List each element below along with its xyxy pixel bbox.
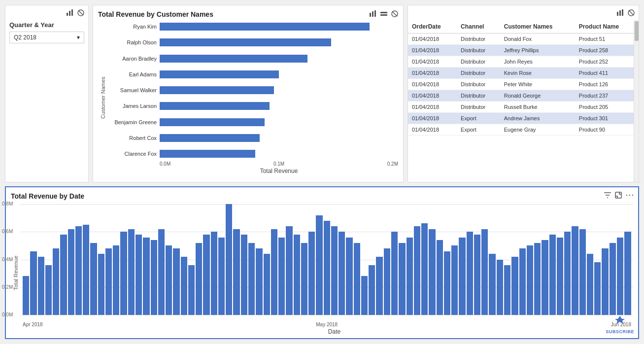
grid-line: 0.0M xyxy=(21,315,633,315)
bottom-bar xyxy=(617,238,623,315)
bar-chart-panel: Total Revenue by Customer Names xyxy=(93,5,404,182)
table-cell: Product 51 xyxy=(575,34,639,45)
scrollbar[interactable] xyxy=(634,20,639,182)
block-icon-bar[interactable] xyxy=(390,9,399,18)
bar-container xyxy=(160,134,398,142)
filter-icon[interactable] xyxy=(604,191,611,201)
bar-label: Ryan Kim xyxy=(108,24,160,30)
table-row: 01/04/2018DistributorJohn ReyesProduct 2… xyxy=(408,56,639,68)
bottom-bar xyxy=(497,260,503,315)
bar-chart-icon[interactable] xyxy=(66,8,74,17)
table-cell: 01/04/2018 xyxy=(408,34,457,45)
table-cell: Donald Fox xyxy=(500,34,575,45)
bottom-chart-area: Total Revenue 0.8M0.6M0.4M0.2M0.0M Apr 2… xyxy=(11,204,633,327)
table-panel: OrderDateChannelCustomer NamesProduct Na… xyxy=(407,5,639,182)
bottom-bar xyxy=(467,232,473,315)
bottom-bar xyxy=(316,215,322,315)
table-row: 01/04/2018DistributorRussell BurkeProduc… xyxy=(408,102,639,113)
bottom-bar xyxy=(256,248,262,315)
table-row: 01/04/2018DistributorKevin RoseProduct 4… xyxy=(408,68,639,79)
bar-fill xyxy=(160,38,331,46)
bar-container xyxy=(160,150,398,158)
bar-row: Samuel Walker xyxy=(108,85,398,96)
bottom-bar xyxy=(437,240,443,315)
bar-container xyxy=(160,70,398,78)
bottom-chart-title: Total Revenue by Date xyxy=(11,192,633,200)
svg-rect-2 xyxy=(71,9,73,16)
table-cell: Distributor xyxy=(457,102,500,113)
bottom-bar xyxy=(421,223,428,315)
svg-rect-6 xyxy=(372,11,373,17)
table-cell: Distributor xyxy=(457,56,500,68)
data-table: OrderDateChannelCustomer NamesProduct Na… xyxy=(408,20,639,136)
bar-row: Robert Cox xyxy=(108,133,398,143)
bottom-bar xyxy=(301,243,307,315)
table-cell: Product 237 xyxy=(575,90,639,102)
svg-line-16 xyxy=(629,10,634,15)
table-bar-icon[interactable] xyxy=(616,8,625,17)
subscribe-button[interactable]: SUBSCRIBE xyxy=(606,315,634,334)
svg-rect-7 xyxy=(374,10,376,17)
bottom-bar xyxy=(286,226,292,315)
bottom-bar xyxy=(196,243,202,315)
x-axis-labels: 0.0M0.1M0.2M xyxy=(160,161,398,167)
top-row: Quarter & Year Q2 2018 ▾ Total Revenue b… xyxy=(5,5,639,182)
bottom-bar xyxy=(233,229,239,315)
bottom-bar xyxy=(188,265,195,315)
bottom-bar xyxy=(594,262,601,315)
table-cell: Product 258 xyxy=(575,45,639,56)
bottom-bar xyxy=(226,204,232,315)
bottom-bar xyxy=(75,226,82,315)
table-cell: Distributor xyxy=(457,34,500,45)
bottom-bar xyxy=(610,243,616,315)
bar-icon-2[interactable] xyxy=(379,9,388,18)
bottom-bar xyxy=(331,226,338,315)
bottom-bar xyxy=(90,243,97,315)
bottom-bar xyxy=(248,243,255,315)
bottom-bar xyxy=(181,257,187,315)
bottom-bar xyxy=(294,235,300,315)
table-block-icon[interactable] xyxy=(627,8,636,17)
svg-rect-14 xyxy=(622,9,623,16)
bottom-bar xyxy=(120,232,127,315)
filter-panel: Quarter & Year Q2 2018 ▾ xyxy=(5,5,89,182)
x-axis-label: 0.1M xyxy=(273,161,284,167)
svg-rect-12 xyxy=(617,12,618,16)
bottom-bar xyxy=(113,245,119,315)
more-options-icon[interactable]: ⋯ xyxy=(625,191,634,201)
filter-panel-icons xyxy=(66,8,85,17)
bottom-bar xyxy=(354,243,360,315)
bar-label: Samuel Walker xyxy=(108,87,160,93)
table-cell: Distributor xyxy=(457,68,500,79)
expand-icon[interactable] xyxy=(614,191,622,201)
bar-fill xyxy=(160,55,307,63)
bar-container xyxy=(160,38,398,46)
bar-chart-title: Total Revenue by Customer Names xyxy=(98,10,398,18)
table-cell: Product 301 xyxy=(575,113,639,124)
bar-chart-area: Customer Names Ryan KimRalph OlsonAaron … xyxy=(98,21,398,159)
bar-label: Clarence Fox xyxy=(108,151,160,157)
bar-row: Ralph Olson xyxy=(108,37,398,48)
bottom-bar xyxy=(23,276,29,315)
bar-fill xyxy=(160,102,270,110)
bar-label: Aaron Bradley xyxy=(108,56,160,62)
block-icon[interactable] xyxy=(76,8,85,17)
bar-fill xyxy=(160,150,255,158)
scrollbar-thumb[interactable] xyxy=(635,21,639,41)
bar-icon-1[interactable] xyxy=(369,9,377,18)
filter-dropdown[interactable]: Q2 2018 ▾ xyxy=(9,32,84,43)
bottom-bar xyxy=(60,235,67,315)
bottom-bar xyxy=(241,235,247,315)
table-cell: 01/04/2018 xyxy=(408,124,457,136)
bottom-bar xyxy=(376,257,382,315)
table-cell: 01/04/2018 xyxy=(408,90,457,102)
bar-chart-x-label: Total Revenue xyxy=(160,168,398,174)
bottom-bar xyxy=(542,240,548,315)
bottom-bar xyxy=(53,248,59,315)
bottom-bar xyxy=(414,226,420,315)
table-row: 01/04/2018DistributorDonald FoxProduct 5… xyxy=(408,34,639,45)
bottom-bar xyxy=(474,235,480,315)
bottom-bar xyxy=(407,238,413,315)
table-cell: Product 252 xyxy=(575,56,639,68)
bottom-bar xyxy=(45,265,52,315)
